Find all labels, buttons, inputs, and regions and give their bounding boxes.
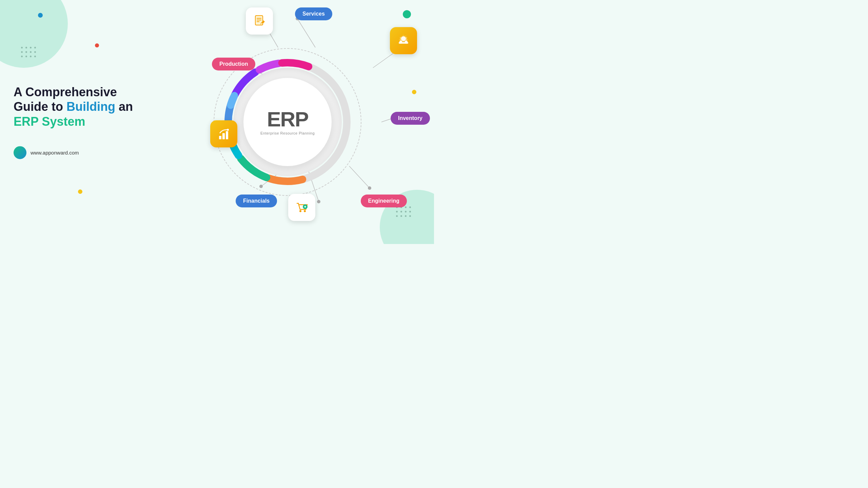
erp-circle-container: ERP Enterprise Resource Planning [223,58,352,186]
svg-line-12 [349,166,370,188]
dot-decoration-yellow [78,189,82,194]
website-url: www.apponward.com [31,150,79,156]
erp-inner-circle: ERP Enterprise Resource Planning [243,78,332,166]
services-icon-box [390,27,417,54]
label-inventory: Inventory [391,112,430,125]
label-financials: Financials [236,195,277,207]
svg-point-41 [299,210,301,212]
svg-rect-39 [226,131,228,139]
erp-sub-text: Enterprise Resource Planning [260,131,315,135]
website-icon [14,146,26,159]
label-engineering: Engineering [361,195,407,207]
svg-point-42 [304,210,306,212]
svg-line-0 [297,19,315,47]
dot-decoration-red [95,43,99,47]
svg-rect-37 [219,136,221,139]
left-section: A Comprehensive Guide to Building an ERP… [14,85,142,159]
svg-point-40 [227,129,229,131]
dot-decoration-teal [38,13,43,18]
title-erp: ERP System [14,114,142,130]
dot-grid-left [21,47,36,57]
erp-main-text: ERP [267,109,308,130]
diagram-section: ERP Enterprise Resource Planning Service… [129,0,434,244]
cart-icon-box [288,194,315,221]
marketing-icon-box [210,120,237,147]
svg-rect-38 [222,133,225,139]
title-line1: A Comprehensive [14,85,142,99]
website-section: www.apponward.com [14,146,142,159]
svg-point-11 [317,200,320,203]
label-services: Services [295,7,332,20]
title-building: Building [66,100,115,114]
label-production: Production [212,58,255,70]
title-guide: Guide to [14,100,63,114]
document-icon-box [246,7,273,35]
title-line2: Guide to Building an [14,100,142,114]
svg-point-13 [368,186,371,190]
bg-decoration-circle-tl [0,0,68,68]
